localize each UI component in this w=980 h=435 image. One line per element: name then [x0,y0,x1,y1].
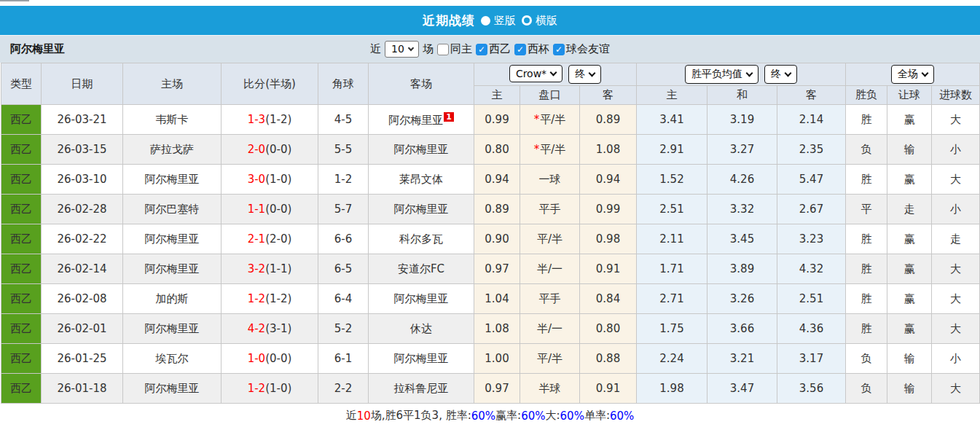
cell-europe-draw-odds: 4.26 [707,165,777,195]
cell-league: 西乙 [1,284,42,314]
cell-team: 莱昂文体 [369,165,474,195]
cell-team: 休达 [369,314,474,344]
subcol-asian-home: 主 [474,86,520,105]
cell-europe-home-odds: 3.41 [637,105,707,135]
cell-asian-away-odds: 0.91 [580,254,637,284]
cell-date: 26-03-21 [42,105,123,135]
cell-asian-away-odds: 0.80 [580,314,637,344]
cell-result-wdl: 负 [846,135,887,165]
cell-result-goals: 大 [932,284,980,314]
summary-line: 近10场,胜6平1负3, 胜率:60% 赢率:60% 大:60% 单率:60% [0,404,980,428]
cell-corners: 6-6 [318,224,369,254]
checkbox-label: 同主 [450,42,472,56]
cell-league: 西乙 [1,314,42,344]
cell-asian-line: *平/半 [520,135,580,165]
cell-asian-away-odds: 1.08 [580,135,637,165]
top-edge-line [0,0,29,1]
layout-radio-horizontal[interactable]: 横版 [522,14,557,28]
cell-asian-home-odds: 1.00 [474,344,520,374]
cell-asian-away-odds: 0.98 [580,224,637,254]
cell-date: 26-02-28 [42,195,123,224]
cell-europe-draw-odds: 3.26 [707,284,777,314]
col-header-corners: 角球 [318,63,369,105]
filter-checkbox-friendly[interactable]: ✓ 球会友谊 [553,42,610,56]
cell-asian-line: 一球 [520,165,580,195]
europe-odds-type-select[interactable]: 胜平负均值 [685,65,758,84]
col-header-type: 类型 [1,63,42,105]
summary-segment: 60% [560,409,584,423]
cell-europe-away-odds: 2.35 [777,135,846,165]
radio-label: 竖版 [494,14,516,28]
results-table: 类型 日期 主场 比分(半场) 角球 客场 Crow* 终 [1,63,980,404]
cell-europe-home-odds: 2.71 [637,284,707,314]
filter-checkbox-league[interactable]: ✓ 西乙 [476,42,511,56]
cell-score: 1-0(0-0) [222,344,318,374]
chevron-down-icon [746,70,753,77]
cell-league: 西乙 [1,195,42,224]
cell-score: 3-2(1-1) [222,254,318,284]
cell-asian-home-odds: 0.94 [474,165,520,195]
match-row: 西乙26-01-18阿尔梅里亚1-2(1-0)2-2拉科鲁尼亚0.97半球0.9… [1,374,980,404]
cell-asian-away-odds: 0.84 [580,284,637,314]
checkbox-label: 西杯 [528,42,549,56]
europe-odds-type-value: 胜平负均值 [691,68,742,81]
scope-select-value: 全场 [898,68,918,81]
cell-asian-away-odds: 0.91 [580,374,637,404]
filter-checkbox-cup[interactable]: ✓ 西杯 [514,42,549,56]
near-label: 近 [370,42,381,56]
filter-checkbox-same-home[interactable]: 同主 [437,42,472,56]
cell-date: 26-03-10 [42,165,123,195]
cell-europe-home-odds: 2.11 [637,224,707,254]
cell-date: 26-01-25 [42,344,123,374]
summary-segment: 60% [610,409,634,423]
cell-europe-home-odds: 2.24 [637,344,707,374]
cell-date: 26-02-08 [42,284,123,314]
col-header-score: 比分(半场) [222,63,318,105]
checkbox-icon [437,44,449,55]
cell-result-handicap: 输 [887,374,932,404]
scope-select[interactable]: 全场 [891,65,934,84]
subcol-europe-home: 主 [637,86,707,105]
chevron-down-icon [408,44,414,50]
radio-label: 横版 [536,14,557,28]
cell-asian-home-odds: 0.80 [474,135,520,165]
bookmaker-select[interactable]: Crow* [509,65,562,82]
cell-europe-draw-odds: 3.89 [707,254,777,284]
cell-result-handicap: 赢 [887,105,932,135]
cell-asian-home-odds: 1.08 [474,314,520,344]
cell-europe-draw-odds: 3.21 [707,344,777,374]
cell-result-handicap: 输 [887,135,932,165]
cell-team: 萨拉戈萨 [123,135,222,165]
cell-league: 西乙 [1,224,42,254]
checkbox-label: 球会友谊 [566,42,610,56]
cell-europe-home-odds: 1.98 [637,374,707,404]
cell-team: 阿尔梅里亚 [123,254,222,284]
cell-result-handicap: 赢 [887,254,932,284]
cell-europe-home-odds: 2.91 [637,135,707,165]
europe-time-select[interactable]: 终 [764,65,797,84]
chevron-down-icon [785,70,792,77]
cell-result-wdl: 负 [846,374,887,404]
cell-europe-away-odds: 4.32 [777,254,846,284]
cell-date: 26-03-15 [42,135,123,165]
cell-europe-away-odds: 5.47 [777,165,846,195]
cell-europe-away-odds: 3.23 [777,224,846,254]
chevron-down-icon [922,70,929,77]
subcol-result-goals: 进球数 [932,86,980,105]
cell-result-goals: 小 [932,135,980,165]
cell-score: 3-0(1-0) [222,165,318,195]
match-count-select[interactable]: 10 [385,41,419,58]
cell-team: 阿尔梅里亚 [123,224,222,254]
cell-team: 阿尔梅里亚 [369,344,474,374]
subcol-europe-away: 客 [777,86,846,105]
match-row: 西乙26-01-25埃瓦尔1-0(0-0)6-1阿尔梅里亚1.00平/半0.88… [1,344,980,374]
cell-team: 安道尔FC [369,254,474,284]
cell-europe-home-odds: 1.71 [637,254,707,284]
col-header-home: 主场 [123,63,222,105]
cell-result-handicap: 赢 [887,165,932,195]
layout-radio-vertical[interactable]: 竖版 [481,14,516,28]
asian-time-select[interactable]: 终 [568,65,601,84]
col-header-away: 客场 [369,63,474,105]
cell-league: 西乙 [1,135,42,165]
match-row: 西乙26-03-10阿尔梅里亚3-0(1-0)1-2莱昂文体0.94一球0.94… [1,165,980,195]
